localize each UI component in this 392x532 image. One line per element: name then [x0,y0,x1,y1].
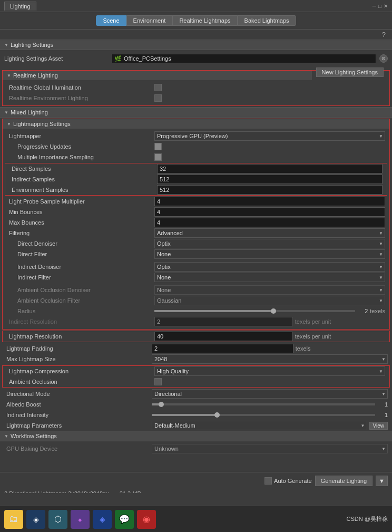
directional-mode-dropdown-wrap: Directional [152,389,388,399]
albedo-boost-slider[interactable] [152,403,375,405]
row-filtering: Filtering Advanced [3,228,389,238]
realtime-env-label: Realtime Environment Lighting [7,95,154,101]
tab-scene[interactable]: Scene [96,15,126,26]
direct-denoiser-value: Optix [154,239,385,248]
lightmapping-collapse-arrow[interactable]: ▼ [7,122,11,127]
indirect-denoiser-dropdown-wrap: Optix [154,262,385,272]
indirect-filter-dropdown[interactable]: None [154,273,385,282]
lightmap-compression-label: Lightmap Compression [7,368,154,374]
tab-realtime-lightmaps[interactable]: Realtime Lightmaps [172,15,237,26]
directional-mode-dropdown[interactable]: Directional [152,389,388,399]
lightmapping-settings-area: Lightmapper Progressive GPU (Preview) Pr… [3,129,389,329]
min-bounces-input[interactable]: 4 [154,207,385,217]
mixed-collapse-arrow[interactable]: ▼ [4,110,8,115]
realtime-gi-checkbox[interactable] [154,84,162,91]
unity2-icon[interactable]: ⬡ [48,510,67,529]
workflow-settings-header: ▼ Workflow Settings [0,431,392,441]
direct-samples-box: Direct Samples 32 Indirect Samples 512 E… [5,163,387,196]
size-text: 21.3 MB [120,490,141,493]
git-icon[interactable]: ◈ [93,510,112,529]
realtime-collapse-arrow[interactable]: ▼ [7,73,11,78]
row-direct-denoiser: Direct Denoiser Optix [3,238,389,249]
filtering-label: Filtering [7,230,154,236]
ao-denoiser-dropdown[interactable]: None [154,285,385,295]
filtering-dropdown[interactable]: Advanced [154,228,385,238]
new-settings-button[interactable]: New Lighting Settings [316,67,384,77]
close-icon[interactable]: ✕ [384,3,388,9]
asset-row: Lighting Settings Asset 🌿 Office_PCSetti… [0,52,392,65]
tab-baked-lightmaps[interactable]: Baked Lightmaps [238,15,296,26]
row-indirect-resolution: Indirect Resolution texels per unit [3,316,389,327]
lightmap-parameters-dropdown[interactable]: Default-Medium [152,421,367,430]
ambient-occlusion-checkbox[interactable] [154,378,162,385]
env-samples-label: Environment Samples [9,187,157,193]
max-lightmap-size-value: 2048 [152,354,388,364]
row-lightmap-parameters: Lightmap Parameters Default-Medium View [0,420,392,431]
indirect-filter-label: Indirect Filter [7,274,154,280]
indirect-resolution-input[interactable] [154,317,293,326]
auto-generate-checkbox[interactable] [264,477,272,485]
maximize-icon[interactable]: □ [378,3,381,9]
row-albedo-boost: Albedo Boost 1 [0,399,392,410]
title-bar: Lighting ─ □ ✕ [0,0,392,12]
lightmap-padding-wrap: texels [152,344,388,353]
indirect-resolution-value: texels per unit [154,317,385,326]
asset-select-btn[interactable]: ⊙ [379,54,388,63]
workflow-settings-label: Workflow Settings [11,433,57,439]
code-icon[interactable]: ⬥ [71,510,90,529]
lightmap-parameters-dropdown-wrap: Default-Medium [152,421,367,430]
lightmapping-settings-label: Lightmapping Settings [13,121,71,127]
lightmap-resolution-label: Lightmap Resolution [7,333,154,340]
file-manager-icon[interactable]: 🗂 [4,510,23,529]
mis-label: Multiple Importance Sampling [7,154,154,160]
direct-filter-dropdown[interactable]: None [154,249,385,259]
mis-checkbox[interactable] [154,153,162,161]
ao-denoiser-value: None [154,285,385,295]
view-button[interactable]: View [369,422,388,430]
max-bounces-input[interactable]: 4 [154,218,385,227]
indirect-resolution-unit: texels per unit [295,318,331,325]
collapse-arrow[interactable]: ▼ [4,43,8,47]
lightmapper-dropdown[interactable]: Progressive GPU (Preview) [154,131,385,141]
albedo-boost-value-text: 1 [377,401,388,408]
asset-label: Lighting Settings Asset [4,55,110,62]
gpu-baking-dropdown[interactable]: Unknown [152,444,388,453]
tab-environment[interactable]: Environment [126,15,173,26]
unity-icon[interactable]: ◈ [26,510,45,529]
generate-lighting-button[interactable]: Generate Lighting [315,476,373,486]
lightmap-compression-dropdown-wrap: High Quality [154,366,385,376]
direct-denoiser-dropdown[interactable]: Optix [154,239,385,248]
help-icon[interactable]: ? [382,31,386,38]
minimize-icon[interactable]: ─ [373,3,376,9]
direct-samples-input[interactable]: 32 [157,164,383,173]
progressive-updates-checkbox[interactable] [154,143,162,150]
light-probe-input[interactable]: 4 [154,197,385,206]
auto-generate-label: Auto Generate [274,478,312,484]
ao-denoiser-label: Ambient Occlusion Denoiser [7,287,154,293]
env-samples-input[interactable]: 512 [157,185,383,195]
lightmap-padding-input[interactable] [152,344,293,353]
ao-filter-dropdown[interactable]: Gaussian [154,296,385,305]
indirect-samples-input[interactable]: 512 [157,175,383,184]
indirect-filter-value: None [154,273,385,282]
max-lightmap-size-dropdown[interactable]: 2048 [152,354,388,364]
realtime-env-checkbox[interactable] [154,94,162,102]
generate-lighting-arrow[interactable]: ▼ [376,476,388,486]
indirect-denoiser-dropdown[interactable]: Optix [154,262,385,272]
wechat-icon[interactable]: 💬 [115,510,134,529]
lightmap-compression-dropdown[interactable]: High Quality [154,366,385,376]
row-light-probe: Light Probe Sample Multiplier 4 [3,196,389,207]
directional-mode-label: Directional Mode [4,391,152,397]
row-indirect-filter: Indirect Filter None [3,272,389,283]
netease-icon[interactable]: ◉ [137,510,156,529]
indirect-intensity-slider[interactable] [152,414,375,416]
row-env-samples: Environment Samples 512 [5,185,387,195]
indirect-resolution-label: Indirect Resolution [7,318,154,325]
radius-slider[interactable] [154,310,355,312]
lightmap-resolution-input[interactable] [154,332,293,341]
ao-filter-label: Ambient Occlusion Filter [7,297,154,304]
workflow-collapse-arrow[interactable]: ▼ [4,434,8,439]
progressive-updates-value [154,143,385,150]
row-direct-filter: Direct Filter None [3,249,389,259]
lightmapper-label: Lightmapper [7,133,154,139]
